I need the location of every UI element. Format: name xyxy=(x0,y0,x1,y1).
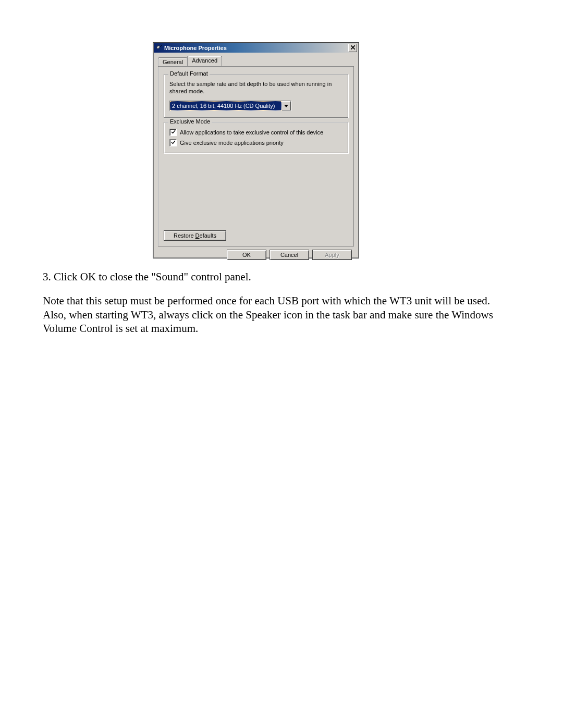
check-allow-exclusive[interactable]: Allow applications to take exclusive con… xyxy=(169,129,342,136)
group-exclusive-mode: Exclusive Mode Allow applications to tak… xyxy=(164,122,348,153)
close-button[interactable] xyxy=(348,44,357,52)
step-3: 3. Click OK to close the "Sound" control… xyxy=(43,270,512,283)
checkbox-allow-exclusive[interactable] xyxy=(169,129,177,136)
check-allow-exclusive-label: Allow applications to take exclusive con… xyxy=(180,129,323,135)
microphone-properties-dialog: Microphone Properties General Advanced D… xyxy=(153,43,359,258)
tab-panel-advanced: Default Format Select the sample rate an… xyxy=(158,66,354,246)
checkmark-icon xyxy=(171,129,176,135)
dialog-body: General Advanced Default Format Select t… xyxy=(154,53,358,264)
titlebar[interactable]: Microphone Properties xyxy=(154,43,358,53)
checkmark-icon xyxy=(171,140,176,146)
group-exclusive-mode-legend: Exclusive Mode xyxy=(168,118,212,125)
restore-defaults-label-post: efaults xyxy=(200,232,216,239)
format-dropdown-button[interactable] xyxy=(282,101,291,110)
svg-line-0 xyxy=(160,45,162,47)
apply-button[interactable]: Apply xyxy=(312,250,352,260)
document-text: 3. Click OK to close the "Sound" control… xyxy=(43,270,512,346)
chevron-down-icon xyxy=(284,103,288,109)
dialog-button-row: OK Cancel Apply xyxy=(158,246,354,260)
dialog-title: Microphone Properties xyxy=(164,45,348,51)
restore-defaults-label-pre: Restore xyxy=(174,232,195,239)
ok-button[interactable]: OK xyxy=(227,250,266,260)
tabs: General Advanced xyxy=(158,56,354,66)
group-default-format-legend: Default Format xyxy=(168,70,210,77)
checkbox-exclusive-priority[interactable] xyxy=(169,139,177,146)
group-default-format-desc: Select the sample rate and bit depth to … xyxy=(169,81,342,95)
check-exclusive-priority-label: Give exclusive mode applications priorit… xyxy=(180,140,284,146)
format-dropdown[interactable]: 2 channel, 16 bit, 44100 Hz (CD Quality) xyxy=(169,101,291,111)
restore-defaults-button[interactable]: Restore Defaults xyxy=(164,230,226,241)
format-dropdown-value: 2 channel, 16 bit, 44100 Hz (CD Quality) xyxy=(170,101,282,110)
check-exclusive-priority[interactable]: Give exclusive mode applications priorit… xyxy=(169,139,342,146)
microphone-icon xyxy=(156,45,162,51)
tab-general[interactable]: General xyxy=(158,57,188,67)
note-paragraph: Note that this setup must be performed o… xyxy=(43,294,512,335)
cancel-button[interactable]: Cancel xyxy=(270,250,309,260)
tab-advanced[interactable]: Advanced xyxy=(187,56,222,66)
page: Microphone Properties General Advanced D… xyxy=(0,0,563,728)
group-default-format: Default Format Select the sample rate an… xyxy=(164,74,348,118)
restore-defaults-label-u: D xyxy=(195,232,200,239)
close-icon xyxy=(351,45,355,51)
